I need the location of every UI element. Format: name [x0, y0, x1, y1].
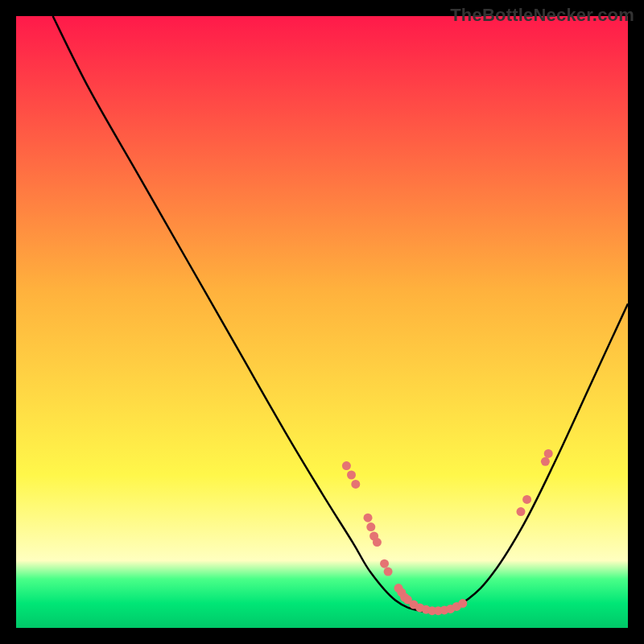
- benchmark-dot: [522, 495, 531, 504]
- benchmark-dot: [544, 449, 553, 458]
- benchmark-dot: [347, 471, 356, 480]
- plot-svg: [16, 16, 628, 628]
- benchmark-dot: [364, 514, 373, 522]
- benchmark-dot: [380, 559, 389, 568]
- benchmark-dot: [458, 599, 467, 608]
- watermark-text: TheBottleNecker.com: [450, 5, 634, 26]
- benchmark-dot: [351, 480, 360, 489]
- chart-container: TheBottleNecker.com: [0, 0, 644, 644]
- benchmark-dot: [384, 568, 393, 576]
- plot-frame: [16, 16, 628, 628]
- benchmark-dot: [517, 507, 526, 516]
- benchmark-dot: [373, 538, 382, 547]
- benchmark-dot: [342, 461, 351, 470]
- benchmark-dot: [366, 522, 375, 531]
- plot-background: [16, 16, 628, 628]
- benchmark-dot: [541, 457, 550, 466]
